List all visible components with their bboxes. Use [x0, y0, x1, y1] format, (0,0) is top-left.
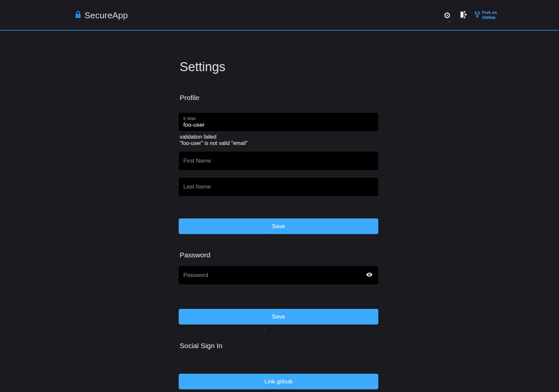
- email-validation-error: validation failed "foo-user" is not vali…: [180, 134, 248, 146]
- first-name-field: [179, 152, 378, 170]
- logout-icon: [459, 11, 467, 20]
- email-field-value: foo-user: [183, 122, 374, 128]
- gear-icon: ⚙: [444, 11, 451, 20]
- header-actions: ⚙: [443, 0, 497, 31]
- settings-gear-button[interactable]: ⚙: [443, 11, 452, 20]
- social-section-heading: Social Sign In: [180, 342, 222, 350]
- lock-icon: [75, 11, 81, 20]
- eye-icon: [366, 271, 373, 280]
- gear-underscore-indicator: [448, 21, 451, 22]
- toggle-password-visibility-button[interactable]: [365, 271, 374, 280]
- logout-button[interactable]: [459, 11, 468, 20]
- fork-on-github-link[interactable]: Fork on GitHub: [474, 10, 497, 20]
- first-name-input[interactable]: [183, 158, 374, 164]
- app-header: SecureApp ⚙: [0, 0, 559, 31]
- settings-page: SecureApp ⚙: [0, 0, 559, 392]
- git-fork-icon: [474, 11, 480, 20]
- email-field-label: E-Mail: [183, 116, 374, 121]
- last-name-field: [179, 178, 378, 196]
- profile-save-button[interactable]: Save: [179, 218, 378, 234]
- error-line-1: validation failed: [180, 134, 248, 140]
- password-section-heading: Password: [180, 251, 210, 259]
- password-input[interactable]: [183, 272, 362, 279]
- app-title: SecureApp: [85, 10, 128, 21]
- password-field: [179, 266, 378, 285]
- link-github-button[interactable]: Link github: [179, 374, 378, 389]
- page-title: Settings: [180, 60, 225, 74]
- error-line-2: "foo-user" is not valid "email": [180, 140, 248, 146]
- collapsed-details-dot: [264, 239, 265, 240]
- fork-link-label: Fork on GitHub: [482, 10, 497, 20]
- collapsed-details-dot: [264, 330, 265, 331]
- profile-section-heading: Profile: [180, 94, 200, 102]
- app-logo[interactable]: SecureApp: [75, 0, 128, 31]
- last-name-input[interactable]: [183, 184, 374, 190]
- email-field[interactable]: E-Mail foo-user: [179, 113, 378, 131]
- password-save-button[interactable]: Save: [179, 309, 378, 325]
